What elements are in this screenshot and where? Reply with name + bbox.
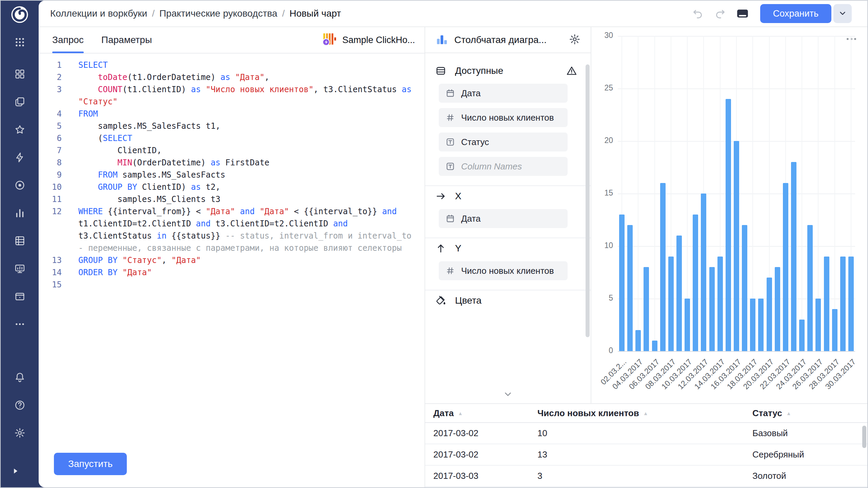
sort-icon[interactable]: ▲	[643, 410, 648, 416]
chart-bar[interactable]	[742, 225, 747, 351]
chart-bar[interactable]	[619, 215, 625, 351]
y-tick-label: 10	[593, 241, 613, 250]
sidebar-item-workbooks[interactable]	[13, 95, 26, 108]
tab-parameters[interactable]: Параметры	[101, 27, 152, 53]
code-token	[78, 158, 118, 167]
sidebar-item-charts[interactable]	[13, 206, 26, 220]
sidebar-item-monitoring[interactable]	[13, 262, 26, 275]
sidebar-item-help[interactable]	[13, 398, 26, 412]
chart-settings-button[interactable]	[569, 34, 580, 46]
code-text: COUNT(t1.ClientID) as "Число новых клиен…	[78, 83, 418, 108]
help-icon	[14, 400, 25, 411]
chart-bar[interactable]	[840, 257, 846, 351]
panel-toggle-icon[interactable]	[736, 7, 749, 20]
chart-bar[interactable]	[644, 267, 649, 351]
connection-selector[interactable]: Sample ClickHo...	[322, 32, 415, 49]
calendar-icon	[446, 214, 455, 223]
chart-bar[interactable]	[832, 309, 837, 351]
column-header-label: Число новых клиентов	[537, 408, 639, 419]
line-number: 11	[39, 193, 62, 205]
chart-plot[interactable]	[618, 36, 855, 352]
sidebar-expand-button[interactable]	[1, 466, 20, 477]
chart-bar[interactable]	[627, 225, 633, 351]
chart-bar[interactable]	[701, 194, 706, 351]
sidebar-item-tables[interactable]	[13, 234, 26, 247]
sort-icon[interactable]: ▲	[458, 410, 463, 416]
field-list: ДатаЧисло новых клиентовСтатусColumn Nam…	[435, 84, 577, 176]
table-scrollbar[interactable]	[862, 426, 866, 448]
fields-scrollbar[interactable]	[586, 64, 590, 337]
chart-bar[interactable]	[783, 183, 788, 351]
sidebar-item-notifications[interactable]	[13, 370, 26, 384]
chart-bar[interactable]	[717, 257, 723, 351]
field-chip[interactable]: Дата	[439, 84, 568, 103]
breadcrumb-item[interactable]: Коллекции и воркбуки	[50, 8, 147, 19]
chart-bar[interactable]	[734, 141, 739, 351]
save-button[interactable]: Сохранить	[760, 4, 831, 23]
field-chip[interactable]: Статус	[439, 133, 568, 151]
field-chip[interactable]: Column Names	[439, 157, 568, 176]
chart-type-label[interactable]: Столбчатая диагра...	[454, 35, 547, 45]
field-chip[interactable]: Число новых клиентов	[439, 261, 568, 280]
breadcrumb-item[interactable]: Практические руководства	[159, 8, 277, 19]
topbar-actions: Сохранить	[691, 4, 852, 23]
code-token	[235, 207, 240, 216]
editor-header: Запрос Параметры Sample ClickHo...	[39, 27, 425, 54]
warning-icon[interactable]	[566, 65, 577, 76]
sidebar-item-apps-grid[interactable]	[13, 35, 26, 49]
code-lines: 1SELECT2 toDate(t1.OrderDatetime) as "Да…	[39, 59, 418, 291]
chart-bar[interactable]	[709, 267, 715, 351]
chart-bar[interactable]	[676, 236, 682, 351]
sidebar-item-storage[interactable]	[13, 289, 26, 303]
sort-icon[interactable]: ▲	[786, 410, 791, 416]
chart-bar[interactable]	[815, 299, 821, 351]
code-token: (	[78, 134, 103, 143]
undo-icon[interactable]	[691, 7, 705, 20]
chart-bar[interactable]	[750, 299, 755, 351]
chart-bar[interactable]	[726, 99, 731, 351]
datalens-logo[interactable]	[11, 5, 29, 24]
sql-editor[interactable]: 1SELECT2 toDate(t1.OrderDatetime) as "Да…	[39, 54, 425, 487]
sidebar-item-more[interactable]	[13, 317, 26, 331]
sidebar-item-collections[interactable]	[13, 67, 26, 81]
fields-scroll-chevron[interactable]	[503, 389, 513, 401]
tab-query[interactable]: Запрос	[52, 27, 84, 53]
chart-type-icon[interactable]	[435, 33, 448, 47]
column-header[interactable]: Статус▲	[752, 408, 867, 419]
chart-bar[interactable]	[775, 267, 780, 351]
chart-bar[interactable]	[652, 341, 657, 351]
field-chip[interactable]: Дата	[439, 209, 568, 228]
chart-bar[interactable]	[807, 225, 813, 351]
sidebar-item-datasets[interactable]	[13, 178, 26, 192]
chart-bar[interactable]	[848, 257, 854, 351]
chart-bar[interactable]	[824, 257, 829, 351]
field-chip[interactable]: Число новых клиентов	[439, 108, 568, 127]
run-button[interactable]: Запустить	[54, 453, 127, 475]
code-line: 15	[39, 279, 418, 291]
code-line: 14ORDER BY "Дата"	[39, 266, 418, 279]
line-number: 13	[39, 254, 62, 266]
chart-bar[interactable]	[693, 215, 698, 351]
connection-label: Sample ClickHo...	[342, 35, 415, 45]
sidebar-item-functions[interactable]	[13, 150, 26, 164]
chart-bar[interactable]	[799, 320, 805, 351]
chart-bar[interactable]	[791, 162, 796, 351]
save-options-button[interactable]	[833, 4, 852, 23]
column-header[interactable]: Число новых клиентов▲	[537, 408, 752, 419]
code-token: < {{interval_to}}	[289, 207, 382, 216]
chevron-down-icon	[838, 9, 847, 19]
redo-icon[interactable]	[713, 7, 727, 20]
type-icon	[446, 162, 455, 171]
chart-bar[interactable]	[685, 299, 690, 351]
hash-icon	[446, 266, 455, 276]
line-number: 2	[39, 71, 62, 83]
chart-bar[interactable]	[635, 330, 641, 351]
column-header[interactable]: Дата▲	[433, 408, 537, 419]
sidebar-item-favorites[interactable]	[13, 123, 26, 136]
chart-bar[interactable]	[668, 257, 674, 351]
chart-bar[interactable]	[758, 299, 764, 351]
chart-bar[interactable]	[767, 278, 772, 351]
code-line: 13GROUP BY "Статус", "Дата"	[39, 254, 418, 266]
chart-bar[interactable]	[660, 183, 666, 351]
sidebar-item-settings[interactable]	[13, 426, 26, 440]
